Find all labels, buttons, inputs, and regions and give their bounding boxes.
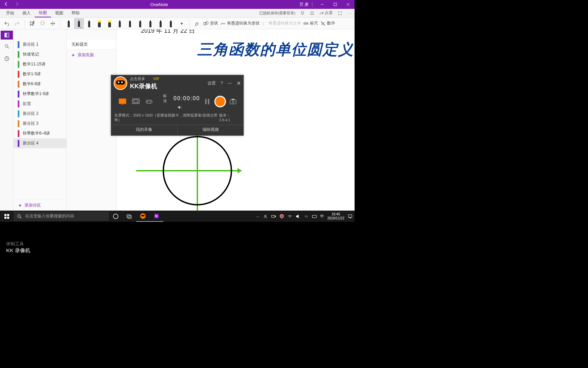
- search-button[interactable]: [1, 41, 12, 52]
- user-label[interactable]: 荳 麦: [299, 2, 316, 7]
- add-page-button[interactable]: ＋添加页面: [67, 49, 116, 60]
- section-item[interactable]: 彭宽: [14, 99, 66, 109]
- add-pen-button[interactable]: ＋: [178, 20, 186, 27]
- close-button[interactable]: [342, 0, 355, 9]
- pen-1[interactable]: ▼: [74, 18, 84, 29]
- svg-rect-70: [4, 214, 6, 216]
- save-status[interactable]: 已脱机保存(需要登录): [259, 11, 295, 16]
- redo-button[interactable]: [13, 19, 21, 28]
- recorder-tab-edit[interactable]: 编辑视频: [178, 125, 244, 134]
- section-item[interactable]: 新分区 3: [14, 119, 66, 128]
- section-item[interactable]: 新分区 1: [14, 40, 66, 49]
- lasso-tool[interactable]: [38, 19, 47, 28]
- recorder-vip-label[interactable]: VIP: [153, 77, 159, 81]
- recorder-settings-button[interactable]: 设置: [208, 80, 216, 86]
- menu-start[interactable]: 开始: [2, 9, 18, 17]
- svg-rect-29: [160, 22, 162, 27]
- eraser-tool[interactable]: [193, 19, 201, 28]
- pan-tool[interactable]: [49, 19, 57, 28]
- more-icon[interactable]: ···: [347, 11, 353, 16]
- svg-rect-78: [128, 216, 131, 218]
- recorder-info: 全屏模式：2560 x 1600（若播放视频卡，请降低屏幕/游戏分辨率） 版本：…: [111, 112, 244, 123]
- section-item[interactable]: 快速笔记: [14, 49, 66, 59]
- add-section-button[interactable]: ＋添加分区: [14, 200, 66, 211]
- maximize-button[interactable]: [329, 0, 342, 9]
- recorder-login-link[interactable]: 点击登录: [130, 76, 145, 81]
- recorder-mode-fullscreen[interactable]: [118, 97, 128, 106]
- svg-point-40: [321, 22, 322, 22]
- cortana-icon[interactable]: [109, 211, 122, 222]
- recorder-close-button[interactable]: ✕: [236, 80, 241, 87]
- recent-button[interactable]: [1, 53, 12, 64]
- tray-people-icon[interactable]: [263, 214, 268, 219]
- menu-insert[interactable]: 插入: [18, 9, 35, 17]
- back-icon[interactable]: [4, 2, 8, 7]
- page-item[interactable]: 无标题页: [67, 40, 116, 49]
- ruler-button[interactable]: 标尺: [303, 20, 318, 26]
- pen-0[interactable]: [64, 18, 74, 29]
- start-button[interactable]: [0, 211, 14, 222]
- onenote-taskbar-icon[interactable]: N: [150, 211, 163, 222]
- taskbar-search[interactable]: 在这里输入你要搜索的内容: [14, 212, 109, 221]
- recorder-mode-region[interactable]: [131, 97, 141, 106]
- svg-marker-55: [238, 168, 242, 173]
- pen-4[interactable]: [105, 18, 114, 29]
- lightbulb-icon[interactable]: [300, 11, 305, 16]
- shapes-button[interactable]: 形状: [203, 20, 218, 26]
- section-item[interactable]: 新分区 4: [14, 138, 66, 148]
- svg-line-53: [7, 59, 8, 59]
- section-item[interactable]: 数学6-8讲: [14, 79, 66, 89]
- nav-toggle-button[interactable]: [1, 31, 13, 40]
- recorder-mode-game[interactable]: [144, 97, 154, 106]
- kk-recorder-window[interactable]: 点击登录 VIP KK录像机 设置 ? — ✕ 标清 00:00:00: [111, 75, 244, 136]
- recorder-record-button[interactable]: [214, 96, 226, 107]
- share-button[interactable]: 共享: [319, 10, 333, 16]
- bell-icon[interactable]: [310, 11, 314, 16]
- tray-clock[interactable]: 16:45 2019/11/22: [327, 212, 344, 220]
- tray-security-icon[interactable]: [279, 214, 284, 219]
- pen-3[interactable]: [95, 18, 104, 29]
- section-item[interactable]: 数学1-5讲: [14, 69, 66, 79]
- section-item[interactable]: 数学11-15讲: [14, 59, 66, 69]
- tray-keyboard-icon[interactable]: [312, 214, 317, 219]
- recorder-screenshot-button[interactable]: [229, 98, 237, 105]
- menu-draw[interactable]: 绘图: [35, 9, 51, 17]
- svg-point-64: [150, 101, 151, 102]
- tray-battery-icon[interactable]: [271, 214, 276, 219]
- recorder-audio-icon[interactable]: [177, 105, 182, 110]
- ink-to-shape-button[interactable]: 将墨迹转换为形状: [220, 20, 260, 26]
- undo-button[interactable]: [3, 19, 11, 28]
- pen-6[interactable]: [125, 18, 135, 29]
- minimize-button[interactable]: [316, 0, 329, 9]
- kk-recorder-taskbar-icon[interactable]: [136, 211, 150, 222]
- tray-link-icon[interactable]: [304, 214, 309, 219]
- tray-wifi-icon[interactable]: [288, 214, 292, 219]
- taskview-icon[interactable]: [122, 211, 136, 222]
- menu-view[interactable]: 视图: [51, 9, 67, 17]
- section-item[interactable]: 秋季数学1-5讲: [14, 89, 66, 99]
- recorder-help-button[interactable]: ?: [220, 81, 223, 86]
- recorder-tab-recordings[interactable]: 我的录像: [111, 125, 178, 134]
- fullscreen-icon[interactable]: [338, 11, 342, 16]
- tray-volume-icon[interactable]: [296, 214, 300, 219]
- pen-5[interactable]: [115, 18, 125, 29]
- tray-ime[interactable]: 中: [320, 214, 324, 219]
- forward-icon[interactable]: [15, 2, 19, 7]
- recorder-quality[interactable]: 标清: [163, 93, 169, 104]
- menu-help[interactable]: 帮助: [67, 9, 84, 17]
- recorder-pause-button[interactable]: [203, 98, 211, 105]
- pen-8[interactable]: [146, 18, 155, 29]
- pen-7[interactable]: [135, 18, 145, 29]
- recorder-minimize-button[interactable]: —: [228, 81, 232, 86]
- pen-2[interactable]: [84, 18, 94, 29]
- text-select-tool[interactable]: A: [28, 19, 36, 28]
- math-button[interactable]: 数学: [320, 20, 335, 26]
- tray-chevron-up-icon[interactable]: ︿: [256, 214, 260, 219]
- tray-notifications-icon[interactable]: [348, 214, 353, 219]
- svg-point-7: [41, 21, 44, 25]
- section-item[interactable]: 秋季数学6~8讲: [14, 128, 66, 138]
- svg-point-83: [265, 215, 266, 216]
- section-item[interactable]: 新分区 2: [14, 109, 66, 119]
- pen-10[interactable]: [166, 18, 176, 29]
- pen-9[interactable]: [156, 18, 165, 29]
